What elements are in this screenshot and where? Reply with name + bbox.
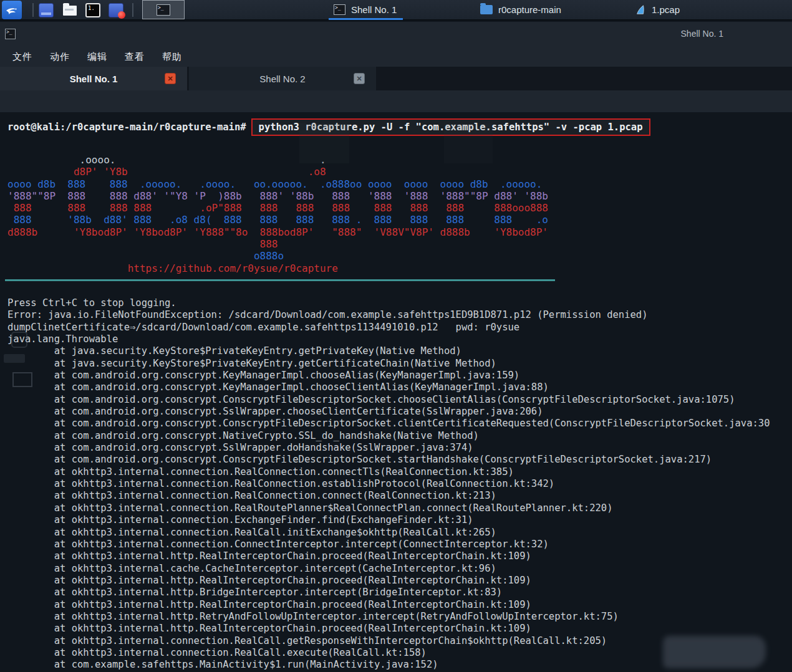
terminal-glyph: 1.	[88, 6, 95, 11]
taskbar-separator	[32, 3, 34, 17]
menu-file[interactable]: 文件	[12, 51, 32, 63]
tabbar: Shell No. 1 ✕ Shell No. 2 ✕	[0, 67, 792, 90]
menu-actions[interactable]: 动作	[50, 51, 70, 63]
screen-recorder-icon[interactable]	[109, 3, 123, 17]
task-label: r0capture-main	[498, 4, 561, 15]
taskbar-separator	[132, 3, 133, 17]
window-title: Shell No. 1	[681, 29, 723, 39]
terminal-app-icon[interactable]: 1.	[85, 3, 100, 17]
banner-separator-line	[5, 279, 555, 281]
menubar: 文件 动作 编辑 查看 帮助	[0, 47, 792, 67]
menu-help[interactable]: 帮助	[162, 51, 182, 63]
menu-view[interactable]: 查看	[125, 51, 145, 63]
menu-edit[interactable]: 编辑	[87, 51, 107, 63]
task-label: 1.pcap	[652, 4, 680, 15]
kali-menu-button[interactable]	[2, 1, 22, 19]
ascii-banner: .oooo. . d8P' 'Y8b .o8oooo d8b 888 888 .…	[7, 154, 792, 274]
active-terminal-launcher[interactable]: >_	[142, 0, 185, 19]
task-shell-no-1[interactable]: >_ Shell No. 1	[334, 0, 397, 19]
terminal-task-icon: >_	[334, 4, 345, 15]
terminal-window: >_ Shell No. 1 文件 动作 编辑 查看 帮助 Shell No. …	[0, 22, 792, 672]
kali-dragon-icon	[4, 2, 19, 17]
window-terminal-icon: >_	[5, 29, 16, 39]
command-highlight-box: python3 r0capture.py -U -f "com.example.…	[251, 118, 650, 136]
window-app-icon[interactable]	[39, 3, 54, 17]
terminal-content[interactable]: root@kali:/r0capture-main/r0capture-main…	[0, 112, 792, 672]
task-label: Shell No. 1	[351, 4, 397, 15]
task-r0capture-main[interactable]: r0capture-main	[480, 0, 561, 19]
folder-task-icon	[480, 5, 493, 14]
task-1pcap[interactable]: 1.pcap	[635, 0, 680, 19]
tab-close-button[interactable]: ✕	[165, 73, 176, 84]
terminal-output: Press Ctrl+C to stop logging.Error: java…	[7, 297, 792, 672]
window-app-bar	[41, 12, 51, 15]
active-task-underline	[329, 18, 403, 20]
tab-shell-no-1[interactable]: Shell No. 1 ✕	[0, 67, 187, 90]
kali-desktop: 1. >_ >_ Shell No. 1 r0capture-main	[0, 0, 792, 672]
tab-label: Shell No. 1	[70, 74, 118, 84]
shell-prompt: root@kali:/r0capture-main/r0capture-main…	[7, 122, 246, 133]
record-dot	[118, 11, 125, 19]
folder-glyph	[63, 6, 77, 16]
tab-shell-no-2[interactable]: Shell No. 2 ✕	[189, 67, 376, 90]
window-titlebar[interactable]: >_ Shell No. 1	[0, 22, 792, 47]
file-manager-icon[interactable]	[62, 3, 77, 17]
tab-label: Shell No. 2	[259, 74, 305, 84]
tab-close-button[interactable]: ✕	[354, 73, 365, 84]
taskbar: 1. >_ >_ Shell No. 1 r0capture-main	[0, 0, 792, 21]
prompt-row: root@kali:/r0capture-main/r0capture-main…	[7, 117, 792, 138]
wireshark-fin-icon	[635, 4, 646, 16]
mini-terminal-icon: >_	[157, 4, 170, 16]
